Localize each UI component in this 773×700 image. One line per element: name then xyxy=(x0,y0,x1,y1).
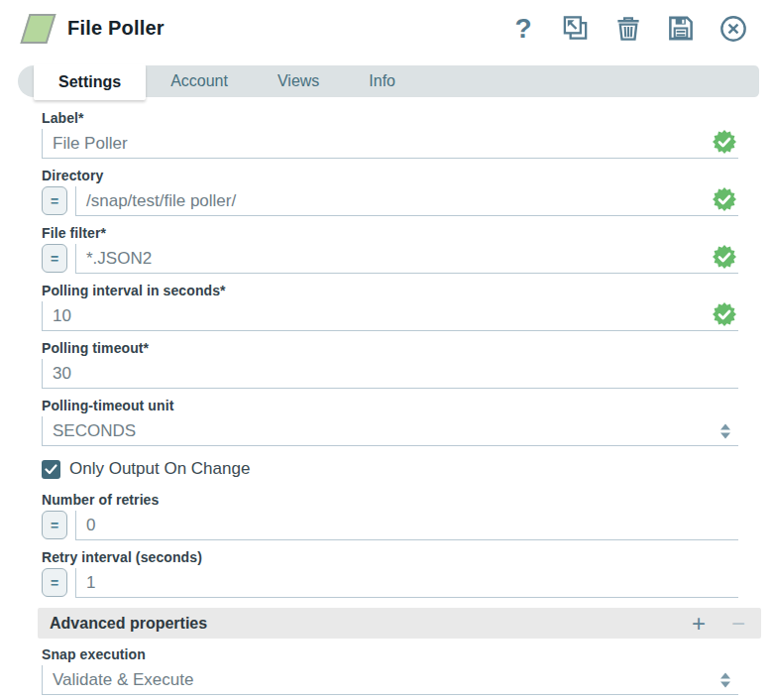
tab-account[interactable]: Account xyxy=(146,65,253,97)
advanced-properties-section[interactable]: Advanced properties + − xyxy=(38,608,761,639)
field-polling-interval: Polling interval in seconds* 10 xyxy=(42,283,738,331)
label-field-label: Label* xyxy=(42,110,738,126)
tab-info[interactable]: Info xyxy=(344,65,420,97)
trash-icon[interactable] xyxy=(614,14,642,44)
number-of-retries-field-label: Number of retries xyxy=(42,492,738,508)
collapse-section-icon[interactable]: − xyxy=(731,612,745,636)
file-filter-field-label: File filter* xyxy=(42,225,738,241)
polling-timeout-input[interactable]: 30 xyxy=(42,359,738,389)
file-filter-input[interactable]: *.JSON2 xyxy=(75,244,738,274)
advanced-properties-title: Advanced properties xyxy=(50,615,207,633)
polling-interval-input[interactable]: 10 xyxy=(42,301,738,331)
save-icon[interactable] xyxy=(667,14,695,44)
popout-icon[interactable] xyxy=(562,14,590,44)
only-output-on-change-label: Only Output On Change xyxy=(69,459,250,479)
settings-form: Label* File Poller Directory = /snap/tes… xyxy=(0,97,773,695)
field-file-filter: File filter* = *.JSON2 xyxy=(42,225,738,274)
polling-timeout-unit-select[interactable]: SECONDS xyxy=(42,416,738,446)
label-input[interactable]: File Poller xyxy=(42,129,738,159)
field-snap-execution: Snap execution Validate & Execute xyxy=(42,646,738,695)
snap-execution-select[interactable]: Validate & Execute xyxy=(42,665,738,695)
field-polling-timeout-unit: Polling-timeout unit SECONDS xyxy=(42,398,738,446)
field-directory: Directory = /snap/test/file poller/ xyxy=(42,168,738,216)
tab-views[interactable]: Views xyxy=(253,65,344,97)
retry-interval-expression-toggle[interactable]: = xyxy=(42,568,67,597)
retry-interval-input[interactable]: 1 xyxy=(75,568,738,598)
close-icon[interactable] xyxy=(719,14,747,44)
header-actions: ? xyxy=(509,14,747,44)
field-retry-interval: Retry interval (seconds) = 1 xyxy=(42,549,738,598)
only-output-on-change-checkbox[interactable] xyxy=(42,460,60,479)
retry-interval-field-label: Retry interval (seconds) xyxy=(42,549,738,565)
polling-timeout-field-label: Polling timeout* xyxy=(42,340,738,356)
directory-input[interactable]: /snap/test/file poller/ xyxy=(75,186,738,216)
tab-settings[interactable]: Settings xyxy=(34,64,146,100)
number-of-retries-expression-toggle[interactable]: = xyxy=(42,511,67,539)
field-number-of-retries: Number of retries = 0 xyxy=(42,492,738,540)
field-polling-timeout: Polling timeout* 30 xyxy=(42,340,738,389)
polling-timeout-unit-field-label: Polling-timeout unit xyxy=(42,398,738,413)
field-only-output-on-change: Only Output On Change xyxy=(42,458,738,480)
polling-interval-field-label: Polling interval in seconds* xyxy=(42,283,738,298)
help-icon[interactable]: ? xyxy=(509,14,537,44)
snap-title: File Poller xyxy=(67,17,165,40)
valid-check-badge xyxy=(713,130,736,154)
number-of-retries-input[interactable]: 0 xyxy=(75,511,738,540)
field-label: Label* File Poller xyxy=(42,110,738,159)
directory-expression-toggle[interactable]: = xyxy=(42,186,67,215)
valid-check-badge xyxy=(713,245,736,269)
dialog-header: File Poller ? xyxy=(0,0,773,46)
select-spinner-icon[interactable] xyxy=(720,423,730,438)
expand-section-icon[interactable]: + xyxy=(692,612,706,636)
file-filter-expression-toggle[interactable]: = xyxy=(42,244,67,273)
valid-check-badge xyxy=(713,302,736,326)
select-spinner-icon[interactable] xyxy=(720,672,730,687)
valid-check-badge xyxy=(713,187,736,211)
snap-execution-field-label: Snap execution xyxy=(42,646,738,662)
directory-field-label: Directory xyxy=(42,168,738,183)
tab-bar: Settings Account Views Info xyxy=(18,65,759,97)
snap-icon xyxy=(20,14,55,44)
